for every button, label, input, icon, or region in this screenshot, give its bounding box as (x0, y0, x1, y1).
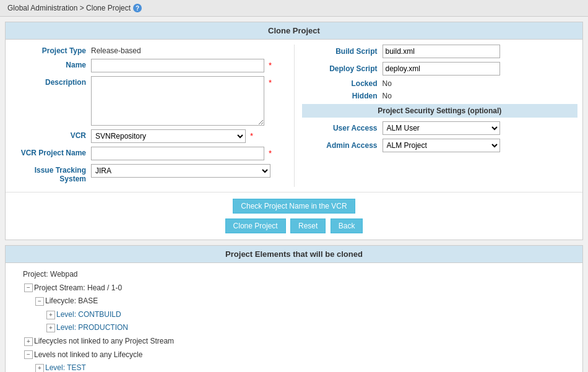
expand-icon-7[interactable]: + (35, 364, 44, 372)
build-script-label: Build Script (302, 47, 383, 56)
vcr-project-name-label: VCR Project Name (11, 147, 91, 157)
vcr-project-name-row: VCR Project Name * (11, 147, 287, 160)
tree-label-0: Project: Webpad (23, 268, 78, 282)
tree-node-0: Project: Webpad (13, 268, 575, 282)
hidden-label: Hidden (302, 92, 383, 100)
tree-label-2: Lifecycle: BASE (45, 295, 98, 308)
clone-project-panel: Clone Project Project Type Release-based… (5, 22, 583, 240)
user-access-field: ALM User (383, 121, 500, 135)
build-script-input[interactable] (383, 45, 500, 58)
project-type-row: Project Type Release-based (11, 45, 287, 55)
breadcrumb-bar: Global Administration > Clone Project ? (0, 0, 588, 17)
expand-icon-3[interactable]: + (46, 311, 55, 319)
deploy-script-row: Deploy Script (302, 62, 578, 76)
breadcrumb-text: Global Administration > Clone Project (7, 4, 131, 12)
tree-area: Project: Webpad − Project Stream: Head /… (6, 263, 582, 372)
deploy-script-label: Deploy Script (302, 64, 383, 73)
form-right: Build Script Deploy Script Locked No (297, 45, 583, 187)
admin-access-label: Admin Access (302, 141, 383, 150)
vcr-label: VCR (11, 129, 91, 140)
hidden-value: No (383, 92, 392, 100)
expand-icon-4[interactable]: + (46, 324, 55, 332)
tree-node-2: − Lifecycle: BASE (35, 295, 575, 308)
clone-project-button[interactable]: Clone Project (225, 218, 286, 233)
its-select[interactable]: JIRA (91, 164, 270, 178)
vcr-project-name-required: * (269, 149, 272, 158)
admin-access-select[interactable]: ALM Project (383, 139, 500, 152)
name-required: * (269, 61, 272, 70)
description-row: Description * (11, 76, 287, 126)
elements-panel-title: Project Elements that will be cloned (6, 246, 582, 263)
expand-icon-2[interactable]: − (35, 297, 44, 306)
vcr-project-name-field: * (91, 147, 287, 160)
its-field: JIRA (91, 164, 287, 178)
buttons-area: Check Project Name in the VCR Clone Proj… (6, 192, 582, 240)
tree-node-4: + Level: PRODUCTION (46, 321, 575, 335)
description-label: Description (11, 76, 91, 87)
name-label: Name (11, 59, 91, 69)
tree-node-3: + Level: CONTBUILD (46, 308, 575, 322)
vcr-field: SVNRepository * (91, 129, 287, 143)
deploy-script-input[interactable] (383, 62, 500, 76)
name-row: Name * (11, 59, 287, 72)
user-access-select[interactable]: ALM User (383, 121, 500, 135)
tree-node-5: + Lifecycles not linked to any Project S… (24, 335, 575, 348)
description-field: * (91, 76, 287, 126)
build-script-row: Build Script (302, 45, 578, 58)
name-field: * (91, 59, 287, 72)
expand-icon-5[interactable]: + (24, 337, 33, 346)
admin-access-field: ALM Project (383, 139, 500, 152)
locked-row: Locked No (302, 79, 578, 88)
user-access-row: User Access ALM User (302, 121, 578, 135)
expand-icon-1[interactable]: − (24, 283, 33, 292)
tree-label-3: Level: CONTBUILD (56, 308, 121, 322)
its-row: Issue Tracking System JIRA (11, 164, 287, 183)
elements-panel: Project Elements that will be cloned Pro… (5, 245, 583, 372)
build-script-field (383, 45, 500, 58)
description-input[interactable] (91, 76, 264, 126)
locked-value: No (383, 79, 392, 88)
vcr-row: VCR SVNRepository * (11, 129, 287, 143)
tree-node-7: + Level: TEST (35, 361, 575, 372)
check-vcr-button[interactable]: Check Project Name in the VCR (233, 199, 355, 214)
panel-title: Clone Project (6, 22, 582, 40)
form-left: Project Type Release-based Name * Descri… (6, 45, 292, 187)
vcr-select[interactable]: SVNRepository (91, 129, 246, 143)
description-required: * (269, 78, 272, 87)
project-type-label: Project Type (11, 45, 91, 55)
vcr-required: * (250, 131, 253, 141)
deploy-script-field (383, 62, 500, 76)
reset-button[interactable]: Reset (290, 218, 326, 233)
tree-label-7: Level: TEST (45, 361, 86, 372)
tree-node-1: − Project Stream: Head / 1-0 (24, 282, 575, 295)
expand-icon-6[interactable]: − (24, 350, 33, 359)
vcr-project-name-input[interactable] (91, 147, 264, 160)
back-button[interactable]: Back (331, 218, 363, 233)
hidden-row: Hidden No (302, 92, 578, 100)
project-type-field: Release-based (91, 45, 287, 55)
locked-label: Locked (302, 79, 383, 88)
security-section-header: Project Security Settings (optional) (302, 104, 578, 118)
admin-access-row: Admin Access ALM Project (302, 139, 578, 152)
tree-label-6: Levels not linked to any Lifecycle (34, 348, 142, 362)
user-access-label: User Access (302, 124, 383, 132)
tree-label-5: Lifecycles not linked to any Project Str… (34, 335, 174, 348)
help-icon[interactable]: ? (133, 4, 142, 12)
its-label: Issue Tracking System (11, 164, 91, 183)
name-input[interactable] (91, 59, 264, 72)
tree-label-4: Level: PRODUCTION (56, 321, 128, 335)
tree-label-1: Project Stream: Head / 1-0 (34, 282, 122, 295)
project-type-value: Release-based (91, 45, 141, 55)
tree-node-6: − Levels not linked to any Lifecycle (24, 348, 575, 362)
